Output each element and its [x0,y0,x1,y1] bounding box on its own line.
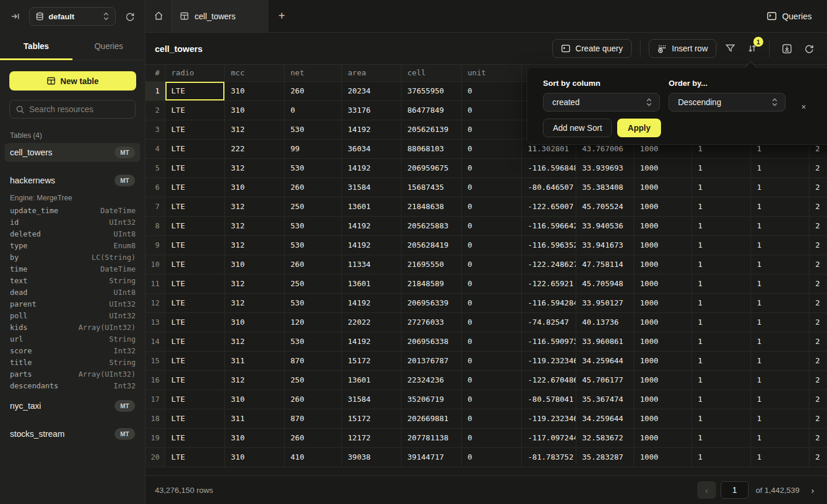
table-cell[interactable]: 34.259644 [576,409,634,429]
table-cell[interactable]: -119.232346 [522,352,576,371]
sidebar-item-cell-towers[interactable]: cell_towers MT [5,143,140,162]
table-cell[interactable]: 1 [692,294,751,313]
table-cell[interactable]: 14192 [342,120,402,140]
table-cell[interactable]: 2 [809,409,827,429]
table-cell[interactable]: 1 [692,448,751,467]
table-cell[interactable]: 1000 [634,236,692,255]
table-cell[interactable]: 0 [462,217,522,236]
table-cell[interactable]: 1 [692,390,751,409]
add-new-sort-button[interactable]: Add new Sort [543,119,612,137]
table-cell[interactable]: 2 [809,352,827,371]
table-cell[interactable]: LTE [165,140,225,159]
table-cell[interactable]: 310 [225,313,285,332]
table-cell[interactable]: -122.65007 [522,197,576,217]
table-cell[interactable]: 1 [751,236,809,255]
table-cell[interactable]: 0 [462,352,522,371]
table-cell[interactable]: 2 [809,332,827,352]
table-cell[interactable]: 1000 [634,409,692,429]
table-cell[interactable]: 1 [751,352,809,371]
table-cell[interactable]: 1000 [634,332,692,352]
table-cell[interactable]: 0 [462,140,522,159]
table-cell[interactable]: 39144717 [402,448,462,467]
table-cell[interactable]: 2 [809,159,827,178]
table-cell[interactable]: 530 [285,217,342,236]
table-cell[interactable]: 33.940536 [576,217,634,236]
table-cell[interactable]: 310 [225,448,285,467]
download-button[interactable] [778,40,795,57]
table-cell[interactable]: 1 [692,274,751,294]
table-cell[interactable]: 310 [225,255,285,274]
next-page-button[interactable]: › [808,485,818,495]
table-cell[interactable]: 2 [809,197,827,217]
table-cell[interactable]: 14192 [342,294,402,313]
table-cell[interactable]: 1 [751,429,809,448]
table-cell[interactable]: 2 [809,294,827,313]
sidebar-item-nyc-taxi[interactable]: nyc_taxi MT [5,397,140,415]
table-cell[interactable]: LTE [165,371,225,390]
row-number-cell[interactable]: 7 [146,197,165,217]
table-cell[interactable]: LTE [165,217,225,236]
table-cell[interactable]: 1 [751,294,809,313]
table-cell[interactable]: 14192 [342,217,402,236]
table-cell[interactable]: 0 [462,82,522,101]
row-number-cell[interactable]: 11 [146,274,165,294]
column-header-area[interactable]: area [342,65,402,82]
table-cell[interactable]: 21848638 [402,197,462,217]
table-cell[interactable]: 21848589 [402,274,462,294]
table-cell[interactable]: -81.783752 [522,448,576,467]
tab-cell-towers[interactable]: cell_towers [172,0,268,32]
table-cell[interactable]: 205626139 [402,120,462,140]
row-number-cell[interactable]: 20 [146,448,165,467]
row-number-cell[interactable]: 10 [146,255,165,274]
table-cell[interactable]: 260 [285,390,342,409]
table-cell[interactable]: 1 [751,448,809,467]
table-cell[interactable]: 260 [285,82,342,101]
table-cell[interactable]: 1000 [634,274,692,294]
table-cell[interactable]: LTE [165,294,225,313]
database-selector[interactable]: default [29,7,116,26]
table-cell[interactable]: 13601 [342,371,402,390]
table-cell[interactable]: 12172 [342,429,402,448]
table-cell[interactable]: 27276033 [402,313,462,332]
table-cell[interactable]: 206959675 [402,159,462,178]
table-cell[interactable]: 45.705948 [576,274,634,294]
table-cell[interactable]: 312 [225,236,285,255]
table-cell[interactable]: 15172 [342,352,402,371]
table-cell[interactable]: 20234 [342,82,402,101]
table-cell[interactable]: 201376787 [402,352,462,371]
table-cell[interactable]: -122.248627 [522,255,576,274]
table-cell[interactable]: 260 [285,255,342,274]
table-cell[interactable]: 88068103 [402,140,462,159]
column-header-unit[interactable]: unit [462,65,522,82]
table-cell[interactable]: 205625883 [402,217,462,236]
table-cell[interactable]: 530 [285,294,342,313]
refresh-databases-button[interactable] [122,8,138,25]
table-cell[interactable]: 870 [285,409,342,429]
table-cell[interactable]: 14192 [342,236,402,255]
sidebar-item-stocks-stream[interactable]: stocks_stream MT [5,425,140,443]
table-cell[interactable]: 311 [225,352,285,371]
row-number-cell[interactable]: 15 [146,352,165,371]
table-cell[interactable]: 15687435 [402,178,462,197]
table-cell[interactable]: -119.232346 [522,409,576,429]
sort-button[interactable]: 1 [743,40,761,57]
table-cell[interactable]: 2 [809,274,827,294]
remove-sort-button[interactable]: × [801,101,806,113]
table-cell[interactable]: 35.367474 [576,390,634,409]
table-cell[interactable]: 1 [692,236,751,255]
table-cell[interactable]: 205628419 [402,236,462,255]
table-cell[interactable]: 1000 [634,178,692,197]
table-cell[interactable]: 47.758114 [576,255,634,274]
table-cell[interactable]: 1 [692,371,751,390]
table-cell[interactable]: 1000 [634,294,692,313]
table-cell[interactable]: 0 [462,371,522,390]
table-cell[interactable]: 0 [462,255,522,274]
table-cell[interactable]: 1 [751,159,809,178]
row-number-cell[interactable]: 18 [146,409,165,429]
row-number-cell[interactable]: 6 [146,178,165,197]
table-cell[interactable]: 0 [462,294,522,313]
table-cell[interactable]: 1 [692,159,751,178]
table-cell[interactable]: 1 [692,332,751,352]
table-cell[interactable]: 1000 [634,197,692,217]
apply-sort-button[interactable]: Apply [617,119,661,137]
